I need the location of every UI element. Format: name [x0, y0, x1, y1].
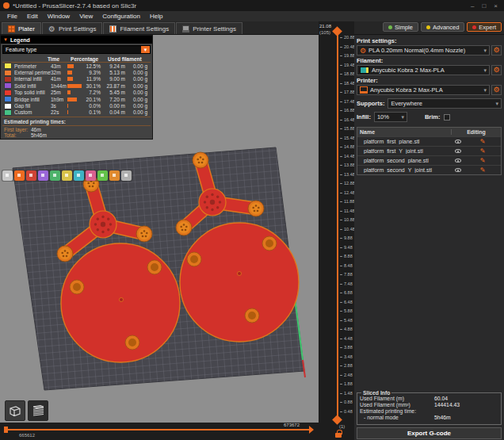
delete-icon[interactable]	[14, 170, 25, 181]
mode-simple[interactable]: Simple	[383, 22, 418, 32]
print-icon	[48, 25, 55, 33]
total-time-row: Total: 5h46m	[1, 132, 152, 139]
editing-cell[interactable]: ✎	[464, 148, 501, 155]
menu-view[interactable]: View	[75, 12, 97, 21]
legend-row: Custom22s0.1%0.04 m0.00 g	[1, 109, 152, 116]
layer-tick: 16.88	[340, 108, 354, 113]
delete-all-icon[interactable]	[26, 170, 36, 181]
move-slider-handle[interactable]	[4, 427, 8, 433]
tab-print[interactable]: Print Settings	[42, 22, 103, 34]
object-name[interactable]: platform_first_plane.stl	[357, 139, 452, 144]
supports-combo[interactable]: Everywhere ▾	[388, 98, 502, 109]
app-logo-icon	[3, 2, 10, 9]
infill-combo[interactable]: 10% ▾	[374, 112, 407, 122]
maximize-button[interactable]: □	[482, 2, 486, 10]
mode-expert[interactable]: Expert	[467, 22, 502, 32]
edit-icon[interactable]: ✎	[480, 148, 486, 155]
sliced-info-row: Used Filament (m)60.04	[360, 395, 498, 401]
eye-cell[interactable]	[452, 159, 464, 163]
split-to-parts-icon[interactable]	[109, 170, 120, 181]
menu-edit[interactable]: Edit	[23, 12, 42, 21]
move-slider[interactable]	[6, 429, 311, 430]
layer-slider-track[interactable]	[337, 31, 338, 421]
3d-view-button[interactable]	[5, 400, 25, 421]
brim-checkbox[interactable]	[444, 114, 450, 121]
mode-dot-icon	[472, 25, 476, 29]
object-list-rows: platform_first_plane.stl✎platform_first_…	[357, 136, 501, 174]
feature-color-swatch	[5, 104, 11, 109]
mode-advanced[interactable]: Advanced	[421, 22, 464, 32]
move-slider-max: 673672	[284, 423, 300, 427]
layer-slider-top-height: 21.08	[319, 24, 331, 29]
chevron-down-icon: ▾	[483, 48, 487, 54]
editing-cell[interactable]: ✎	[464, 158, 501, 164]
add-instance-icon[interactable]	[74, 170, 84, 181]
object-name[interactable]: platform_first_Y_joint.stl	[357, 148, 452, 154]
printer-gear-button[interactable]: ⚙	[491, 85, 502, 95]
export-gcode-button[interactable]: Export G-code	[357, 427, 502, 439]
eye-icon[interactable]	[455, 159, 461, 163]
arrange-icon[interactable]	[38, 170, 48, 181]
dropdown-arrow-icon: ▼	[141, 46, 150, 53]
paste-icon[interactable]	[62, 170, 72, 181]
print-settings-gear-button[interactable]: ⚙	[491, 45, 502, 55]
print-profile-icon	[360, 47, 366, 55]
chevron-down-icon: ▾	[401, 114, 404, 121]
eye-cell[interactable]	[452, 140, 464, 143]
eye-icon[interactable]	[455, 149, 461, 153]
filament-gear-button[interactable]: ⚙	[491, 65, 502, 75]
object-row[interactable]: platform_first_plane.stl✎	[357, 136, 501, 146]
remove-instance-icon[interactable]	[86, 170, 96, 181]
edit-icon[interactable]: ✎	[480, 139, 486, 145]
eye-icon[interactable]	[455, 168, 461, 172]
object-name[interactable]: platform_second_Y_joint.stl	[357, 167, 452, 173]
printer-icon	[182, 25, 189, 33]
editing-cell[interactable]: ✎	[464, 167, 501, 174]
mode-buttons: SimpleAdvancedExpert	[383, 22, 502, 32]
layer-tick: 19.88	[340, 53, 354, 58]
edit-icon[interactable]: ✎	[480, 158, 486, 164]
object-row[interactable]: platform_second_Y_joint.stl✎	[357, 165, 501, 174]
variable-layer-height-icon[interactable]	[121, 170, 132, 181]
edit-icon[interactable]: ✎	[480, 167, 486, 174]
eye-cell[interactable]	[452, 168, 464, 172]
filament-combo[interactable]: Anycubic Kobra 2 Max-PLA ▾	[357, 65, 490, 75]
layer-slider-lower-handle[interactable]	[332, 415, 342, 425]
tab-printer[interactable]: Printer Settings	[176, 22, 242, 34]
object-row[interactable]: platform_first_Y_joint.stl✎	[357, 146, 501, 155]
move-slider-arrow-icon	[309, 426, 314, 434]
eye-cell[interactable]	[452, 149, 464, 153]
layer-tick: 7.88	[340, 272, 354, 277]
layer-tick: 10.48	[340, 227, 354, 231]
close-button[interactable]: ×	[494, 2, 498, 10]
view-mode-buttons	[5, 400, 48, 421]
tab-plater[interactable]: Plater	[2, 22, 41, 34]
object-row[interactable]: platform_second_plane.stl✎	[357, 155, 501, 165]
mode-dot-icon	[388, 25, 392, 29]
copy-icon[interactable]	[50, 170, 60, 181]
layer-tick: 2.88	[340, 363, 354, 368]
printer-combo[interactable]: Anycubic Kobra 2 Max-PLA ▾	[357, 85, 490, 95]
object-name[interactable]: platform_second_plane.stl	[357, 158, 452, 163]
eye-icon[interactable]	[455, 140, 461, 143]
menu-bar: FileEditWindowViewConfigurationHelp	[0, 11, 504, 21]
print-settings-combo[interactable]: PLA 0.20mm Normal(0.4mm Nozzle) ▾	[357, 45, 490, 55]
layers-view-button[interactable]	[28, 400, 48, 421]
legend-header[interactable]: ▼ Legend	[1, 36, 152, 44]
minimize-button[interactable]: –	[471, 2, 474, 10]
add-icon[interactable]	[2, 170, 13, 181]
split-to-objects-icon[interactable]	[97, 170, 108, 181]
infill-label: Infill:	[357, 113, 371, 121]
view-type-select[interactable]: Feature type ▼	[2, 45, 151, 54]
scene-toolbar	[2, 170, 132, 182]
editing-cell[interactable]: ✎	[464, 139, 501, 145]
lock-icon[interactable]	[335, 433, 342, 438]
title-bar: *Untitled - PrusaSlicer-2.7.4 based on S…	[0, 0, 504, 11]
menu-configuration[interactable]: Configuration	[98, 12, 144, 21]
bottom-strip: 673672 665612	[0, 423, 319, 440]
tab-filament[interactable]: Filament Settings	[103, 22, 175, 34]
menu-file[interactable]: File	[3, 12, 21, 21]
supports-label: Supports:	[357, 100, 384, 107]
menu-window[interactable]: Window	[44, 12, 74, 21]
menu-help[interactable]: Help	[146, 12, 166, 21]
